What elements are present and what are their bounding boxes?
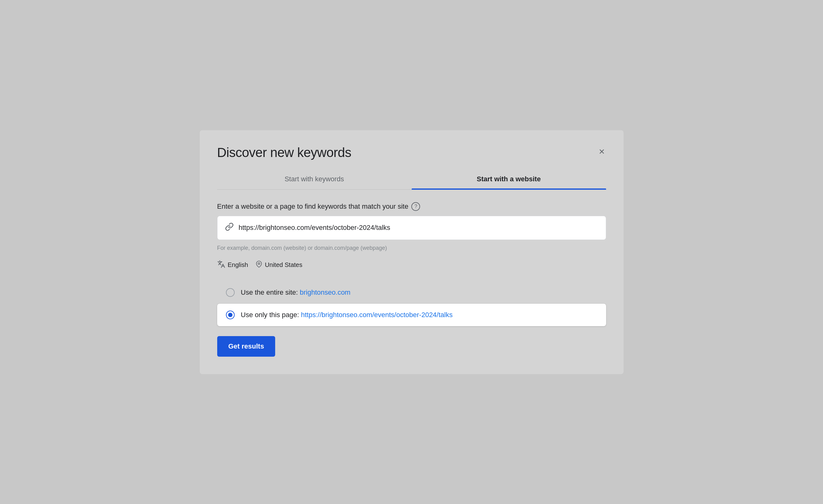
- radio-entire-site[interactable]: Use the entire site: brightonseo.com: [217, 281, 606, 304]
- radio-circle-entire-site: [226, 288, 235, 297]
- language-location: English United States: [217, 260, 606, 270]
- translate-icon: [217, 260, 225, 270]
- location-text: United States: [265, 261, 302, 268]
- dialog-title: Discover new keywords: [217, 145, 351, 160]
- tab-website[interactable]: Start with a website: [412, 170, 606, 189]
- section-label: Enter a website or a page to find keywor…: [217, 202, 606, 211]
- language-text: English: [228, 261, 249, 268]
- location-icon: [256, 261, 263, 269]
- link-icon: [225, 222, 234, 233]
- url-hint: For example, domain.com (website) or dom…: [217, 245, 606, 251]
- svg-point-0: [258, 263, 260, 264]
- radio-label-entire-site: Use the entire site: brightonseo.com: [241, 288, 351, 296]
- radio-options: Use the entire site: brightonseo.com Use…: [217, 281, 606, 326]
- close-button[interactable]: ×: [598, 145, 606, 158]
- radio-label-this-page: Use only this page: https://brightonseo.…: [241, 311, 453, 319]
- section-label-text: Enter a website or a page to find keywor…: [217, 203, 408, 211]
- get-results-button[interactable]: Get results: [217, 336, 276, 357]
- help-icon[interactable]: ?: [412, 202, 420, 211]
- language-selector[interactable]: English: [217, 260, 249, 270]
- entire-site-link: brightonseo.com: [300, 288, 351, 296]
- url-input[interactable]: [239, 224, 598, 232]
- tabs-container: Start with keywords Start with a website: [217, 170, 606, 190]
- radio-circle-this-page: [226, 310, 235, 319]
- location-selector[interactable]: United States: [256, 261, 302, 269]
- tab-keywords[interactable]: Start with keywords: [217, 170, 412, 189]
- discover-keywords-dialog: Discover new keywords × Start with keywo…: [200, 130, 624, 374]
- url-input-wrapper: [217, 216, 606, 240]
- this-page-link: https://brightonseo.com/events/october-2…: [301, 311, 453, 319]
- radio-this-page[interactable]: Use only this page: https://brightonseo.…: [217, 304, 606, 326]
- dialog-header: Discover new keywords ×: [217, 145, 606, 160]
